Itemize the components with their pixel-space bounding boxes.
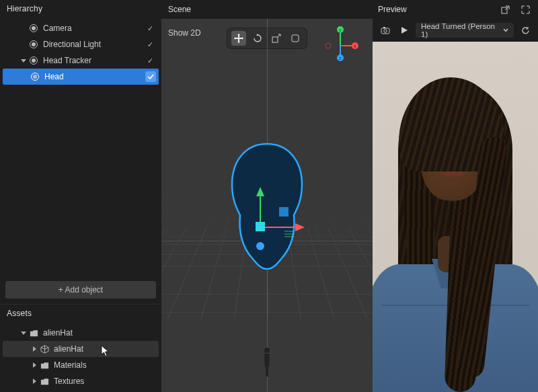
left-panel: Hierarchy Camera Directional Light Head … (0, 0, 161, 392)
object-icon (28, 23, 39, 34)
svg-marker-13 (256, 187, 264, 196)
folder-icon (39, 360, 50, 370)
chevron-right-icon[interactable] (30, 362, 39, 368)
refresh-button[interactable] (518, 23, 533, 38)
camera-icon (381, 26, 390, 34)
hierarchy-item-headtracker[interactable]: Head Tracker (0, 52, 161, 69)
object-icon (28, 55, 39, 66)
app-root: Hierarchy Camera Directional Light Head … (0, 0, 538, 392)
asset-label: Materials (54, 360, 156, 370)
popout-icon (501, 5, 510, 14)
asset-label: Textures (54, 377, 156, 386)
folder-icon (28, 327, 39, 338)
object-icon (30, 71, 40, 82)
preview-viewport[interactable] (373, 42, 538, 392)
svg-point-22 (264, 348, 270, 353)
assets-list: alienHat alienHat Materials (0, 322, 161, 392)
hierarchy-item-head[interactable]: Head (3, 69, 159, 85)
visibility-toggle[interactable] (144, 40, 156, 49)
preview-source-dropdown[interactable]: Head Turned (Person 1) (416, 23, 514, 38)
reference-figure (261, 347, 273, 379)
refresh-icon (521, 26, 530, 35)
folder-icon (39, 376, 50, 387)
svg-rect-16 (279, 207, 289, 217)
object-icon (28, 39, 39, 50)
chevron-down-icon[interactable] (19, 331, 28, 335)
camera-source-button[interactable] (378, 23, 393, 38)
play-icon (400, 26, 408, 34)
chevron-down-icon[interactable] (19, 59, 28, 63)
hierarchy-label: Head (44, 72, 145, 81)
hierarchy-item-light[interactable]: Directional Light (0, 36, 161, 52)
dropdown-label: Head Turned (Person 1) (421, 22, 503, 38)
check-icon (147, 73, 154, 80)
asset-label: alienHat (43, 328, 156, 338)
chevron-right-icon[interactable] (30, 346, 39, 352)
preview-person (373, 49, 538, 392)
asset-object-alienhat[interactable]: alienHat (3, 341, 159, 357)
asset-folder-alienhat[interactable]: alienHat (0, 325, 161, 341)
spacer (0, 87, 161, 276)
mesh-icon (39, 344, 50, 354)
assets-panel: Assets alienHat alienHat (0, 304, 161, 392)
hierarchy-label: Directional Light (43, 40, 144, 49)
add-object-button[interactable]: + Add object (5, 281, 156, 299)
scene-panel: Scene Show 2D y (161, 0, 373, 392)
svg-rect-24 (381, 28, 389, 34)
hierarchy-list: Camera Directional Light Head Tracker He… (0, 17, 161, 87)
svg-marker-27 (401, 27, 408, 34)
viewport-3d[interactable] (161, 19, 373, 392)
preview-header: Preview (373, 0, 538, 19)
chevron-right-icon[interactable] (30, 379, 39, 384)
play-button[interactable] (397, 23, 412, 38)
popout-button[interactable] (498, 2, 512, 17)
expand-icon (521, 5, 530, 14)
visibility-toggle[interactable] (144, 56, 156, 65)
svg-point-21 (256, 242, 264, 250)
hierarchy-item-camera[interactable]: Camera (0, 20, 161, 36)
preview-toolbar: Head Turned (Person 1) (373, 19, 538, 42)
svg-rect-26 (383, 27, 385, 28)
hierarchy-label: Camera (43, 24, 144, 33)
svg-point-25 (384, 30, 387, 32)
expand-button[interactable] (518, 2, 533, 17)
chevron-down-icon (503, 28, 508, 32)
hierarchy-header: Hierarchy (0, 0, 161, 17)
preview-panel: Preview Head Turned (Person 1) (373, 0, 538, 392)
svg-marker-15 (295, 223, 305, 231)
svg-rect-23 (502, 7, 507, 13)
visibility-toggle[interactable] (144, 24, 156, 33)
visibility-toggle[interactable] (145, 71, 156, 82)
asset-folder-materials[interactable]: Materials (0, 357, 161, 373)
hierarchy-label: Head Tracker (43, 56, 144, 65)
transform-gizmo[interactable] (227, 187, 307, 276)
asset-folder-textures[interactable]: Textures (0, 373, 161, 389)
preview-title: Preview (378, 5, 492, 14)
scene-header: Scene (161, 0, 373, 19)
svg-rect-20 (256, 222, 265, 231)
asset-label: alienHat (54, 344, 153, 354)
assets-header: Assets (0, 305, 161, 322)
